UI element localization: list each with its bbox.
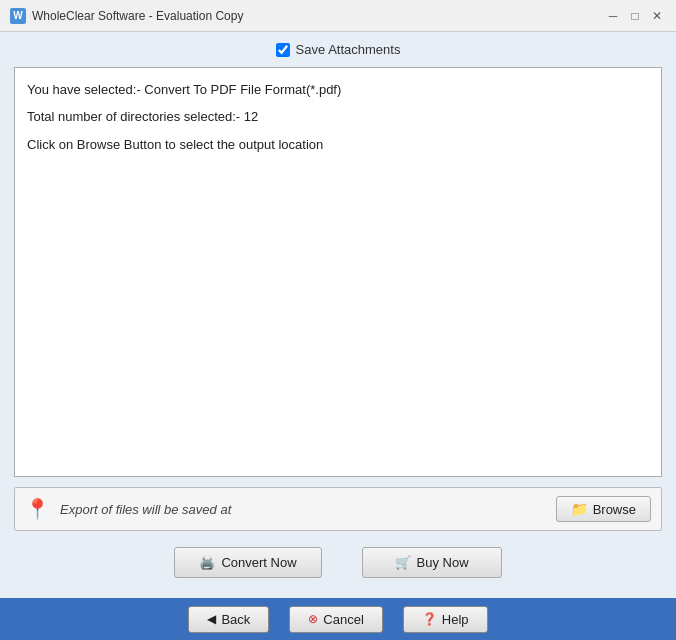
back-icon: ◀ — [207, 612, 216, 626]
window-title: WholeClear Software - Evaluation Copy — [32, 9, 243, 23]
app-icon: W — [10, 8, 26, 24]
buy-now-button[interactable]: 🛒 Buy Now — [362, 547, 502, 578]
location-icon: 📍 — [25, 497, 50, 521]
cancel-button[interactable]: ⊗ Cancel — [289, 606, 382, 633]
info-line-3: Click on Browse Button to select the out… — [27, 133, 649, 156]
maximize-button[interactable]: □ — [626, 7, 644, 25]
help-button[interactable]: ❓ Help — [403, 606, 488, 633]
info-box: You have selected:- Convert To PDF File … — [14, 67, 662, 477]
folder-icon: 📁 — [571, 501, 588, 517]
save-attachments-checkbox[interactable] — [276, 43, 290, 57]
window-controls: ─ □ ✕ — [604, 7, 666, 25]
action-buttons-row: 🖨️ Convert Now 🛒 Buy Now — [14, 547, 662, 578]
browse-button[interactable]: 📁 Browse — [556, 496, 651, 522]
cart-icon: 🛒 — [395, 555, 411, 570]
save-attachments-label: Save Attachments — [296, 42, 401, 57]
bottom-navigation-bar: ◀ Back ⊗ Cancel ❓ Help — [0, 598, 676, 640]
main-content: Save Attachments You have selected:- Con… — [0, 32, 676, 598]
cancel-label: Cancel — [323, 612, 363, 627]
convert-label: Convert Now — [221, 555, 296, 570]
info-line-1: You have selected:- Convert To PDF File … — [27, 78, 649, 101]
info-line-2: Total number of directories selected:- 1… — [27, 105, 649, 128]
help-icon: ❓ — [422, 612, 437, 626]
save-attachments-row: Save Attachments — [14, 42, 662, 57]
minimize-button[interactable]: ─ — [604, 7, 622, 25]
back-button[interactable]: ◀ Back — [188, 606, 269, 633]
convert-now-button[interactable]: 🖨️ Convert Now — [174, 547, 321, 578]
title-bar: W WholeClear Software - Evaluation Copy … — [0, 0, 676, 32]
output-location-row: 📍 Export of files will be saved at 📁 Bro… — [14, 487, 662, 531]
output-location-text: Export of files will be saved at — [60, 502, 546, 517]
close-button[interactable]: ✕ — [648, 7, 666, 25]
back-label: Back — [221, 612, 250, 627]
cancel-icon: ⊗ — [308, 612, 318, 626]
convert-icon: 🖨️ — [199, 555, 215, 570]
help-label: Help — [442, 612, 469, 627]
title-bar-left: W WholeClear Software - Evaluation Copy — [10, 8, 243, 24]
browse-label: Browse — [593, 502, 636, 517]
buy-label: Buy Now — [417, 555, 469, 570]
